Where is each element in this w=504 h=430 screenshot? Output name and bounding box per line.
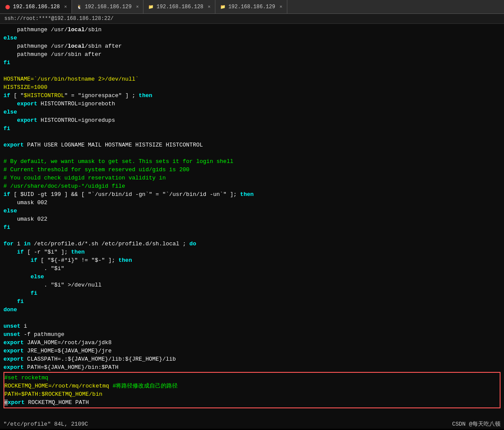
line-9: export HISTCONTROL=ignoreboth [3, 100, 501, 108]
line-2: else [3, 34, 501, 42]
line-1: pathmunge /usr/local/sbin [3, 26, 501, 34]
tab-3-label: 192.168.186.128 [156, 4, 203, 10]
line-3: pathmunge /usr/local/sbin after [3, 42, 501, 50]
ssh-bar: ssh://root:****@192.168.186.128:22/ [0, 14, 504, 24]
tab-1-close[interactable]: × [64, 4, 67, 10]
line-blank-4 [3, 231, 501, 240]
line-6: HOSTNAME=`/usr/bin/hostname 2>/dev/null` [3, 75, 501, 83]
tab-4[interactable]: 📁 192.168.186.129 × [215, 0, 287, 13]
tab-1-icon: ⬤ [4, 4, 10, 10]
bottom-status-bar: "/etc/profile" 84L, 2109C CSDN @每天吃八顿 [0, 419, 504, 429]
terminal-area[interactable]: pathmunge /usr/local/sbin else pathmunge… [0, 24, 504, 429]
tab-1[interactable]: ⬤ 192.168.186.128 × [0, 0, 72, 13]
line-8: if [ "$HISTCONTROL" = "ignorespace" ] ; … [3, 91, 501, 100]
line-18: if [ $UID -gt 199 ] && [ "`/usr/bin/id -… [3, 190, 501, 199]
tab-3-close[interactable]: × [208, 4, 211, 10]
watermark: CSDN @每天吃八顿 [452, 420, 501, 428]
line-7: HISTSIZE=1000 [3, 83, 501, 91]
line-15: # Current threshold for system reserved … [3, 166, 501, 174]
line-41: export ROCKETMQ_HOME PATH [4, 398, 500, 407]
line-25: if [ "${-#*i}" != "$-" ]; then [3, 256, 501, 264]
line-22: fi [3, 223, 501, 231]
line-16: # You could check uidgid reservation val… [3, 174, 501, 182]
line-35: export JRE_HOME=${JAVA_HOME}/jre [3, 347, 501, 355]
line-32: unset i [3, 322, 501, 330]
tab-2-icon: 🐧 [76, 4, 82, 10]
line-27: else [3, 273, 501, 281]
tab-4-label: 192.168.186.129 [228, 4, 275, 10]
line-36: export CLASSPATH=.:${JAVA_HOME}/lib:${JR… [3, 355, 501, 363]
line-23: for i in /etc/profile.d/*.sh /etc/profil… [3, 240, 501, 248]
tab-2[interactable]: 🐧 192.168.186.129 × [72, 0, 144, 13]
line-10: else [3, 108, 501, 116]
line-40: PATH=$PATH:$ROCKETMQ_HOME/bin [4, 390, 500, 398]
line-4: pathmunge /usr/sbin after [3, 50, 501, 59]
tab-4-icon: 📁 [220, 4, 226, 10]
line-19: umask 002 [3, 199, 501, 207]
ssh-connection-string: ssh://root:****@192.168.186.128:22/ [4, 16, 114, 22]
line-11: export HISTCONTROL=ignoredups [3, 116, 501, 124]
line-39: ROCKETMQ_HOME=/root/mq/rocketmq #将路径修改成自… [4, 382, 500, 390]
line-38: #set rocketmq [4, 374, 500, 382]
line-blank-1 [3, 67, 501, 75]
tab-4-close[interactable]: × [280, 4, 283, 10]
line-blank-3 [3, 149, 501, 157]
line-31: done [3, 306, 501, 314]
tab-2-close[interactable]: × [136, 4, 139, 10]
tab-1-label: 192.168.186.128 [13, 4, 60, 10]
file-status: "/etc/profile" 84L, 2109C [3, 421, 88, 427]
line-14: # By default, we want umask to get set. … [3, 157, 501, 166]
line-13: export PATH USER LOGNAME MAIL HOSTNAME H… [3, 141, 501, 149]
tab-bar: ⬤ 192.168.186.128 × 🐧 192.168.186.129 × … [0, 0, 504, 14]
line-33: unset -f pathmunge [3, 330, 501, 339]
line-28: . "$i" >/dev/null [3, 281, 501, 289]
tab-2-label: 192.168.186.129 [85, 4, 132, 10]
line-17: # /usr/share/doc/setup-*/uidgid file [3, 182, 501, 190]
line-21: umask 022 [3, 215, 501, 223]
line-29: fi [3, 289, 501, 297]
highlight-section: #set rocketmq ROCKETMQ_HOME=/root/mq/roc… [3, 372, 501, 408]
tab-3-icon: 📁 [148, 4, 154, 10]
line-blank-2 [3, 133, 501, 141]
line-12: fi [3, 124, 501, 133]
line-24: if [ -r "$i" ]; then [3, 248, 501, 256]
line-37: export PATH=${JAVA_HOME}/bin:$PATH [3, 363, 501, 371]
tab-3[interactable]: 📁 192.168.186.128 × [143, 0, 215, 13]
line-26: . "$i" [3, 264, 501, 273]
line-blank-5 [3, 314, 501, 322]
line-20: else [3, 207, 501, 215]
line-34: export JAVA_HOME=/root/java/jdk8 [3, 339, 501, 347]
line-5: fi [3, 59, 501, 67]
line-30: fi [3, 297, 501, 306]
